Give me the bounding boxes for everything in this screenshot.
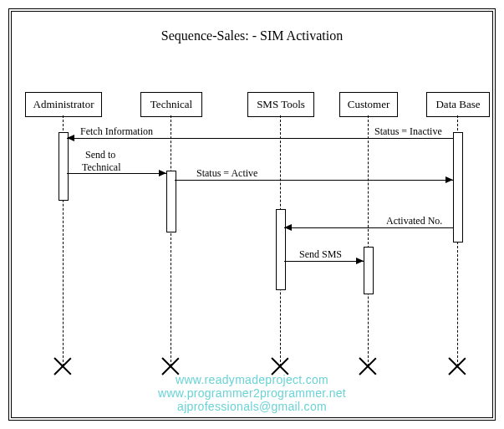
actor-database: Data Base	[426, 92, 490, 117]
msg-send-sms: Send SMS	[299, 248, 342, 261]
arrow-activated-no	[284, 227, 453, 228]
arrowhead-send-technical	[159, 170, 166, 176]
arrow-status-active	[175, 180, 453, 181]
arrow-send-sms	[284, 261, 364, 262]
actor-technical: Technical	[140, 92, 202, 117]
activation-administrator	[59, 132, 69, 201]
watermark-line2: www.programmer2programmer.net	[0, 386, 504, 400]
msg-status-active: Status = Active	[196, 167, 257, 180]
activation-database	[453, 132, 463, 243]
msg-activated-no: Activated No.	[386, 215, 442, 227]
arrow-fetch-info	[67, 138, 453, 139]
activation-customer	[364, 247, 374, 294]
activation-sms-tools	[276, 209, 286, 290]
arrowhead-send-sms	[356, 258, 364, 264]
diagram-title: Sequence-Sales: - SIM Activation	[0, 28, 504, 43]
watermark-line3: ajprofessionals@gmail.com	[0, 400, 504, 413]
watermark-line1: www.readymadeproject.com	[0, 373, 504, 386]
lifeline-customer	[368, 115, 369, 366]
arrowhead-fetch-info	[67, 135, 74, 141]
lifeline-technical	[171, 115, 171, 366]
msg-send-technical-2: Technical	[82, 161, 120, 174]
msg-status-inactive: Status = Inactive	[374, 125, 442, 138]
actor-sms-tools: SMS Tools	[247, 92, 314, 117]
arrowhead-status-active	[445, 176, 453, 183]
msg-fetch-info: Fetch Information	[80, 125, 153, 138]
msg-send-technical-1: Send to	[85, 149, 115, 161]
arrowhead-activated-no	[284, 224, 292, 231]
actor-administrator: Administrator	[25, 92, 102, 117]
actor-customer: Customer	[339, 92, 398, 117]
